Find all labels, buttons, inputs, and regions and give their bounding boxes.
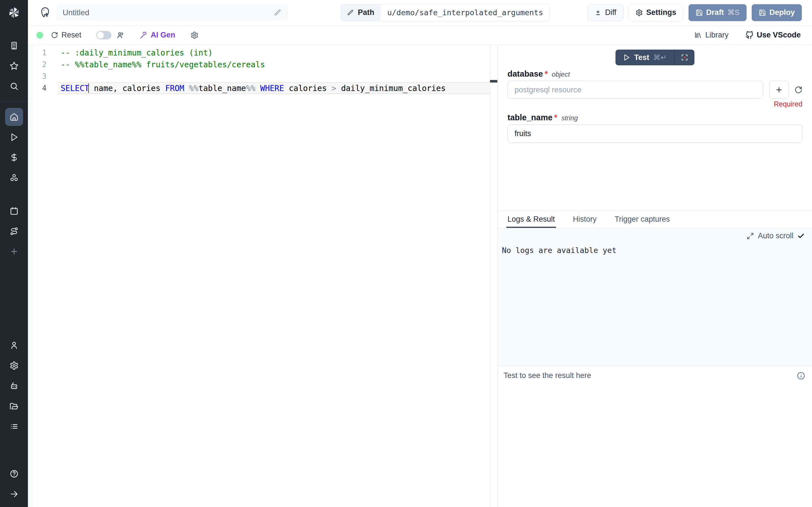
field-label-table-name: table_name * string — [507, 113, 802, 122]
sidebar-item-home[interactable] — [5, 108, 23, 126]
code-line[interactable]: 2 -- %%table_name%% fruits/vegetables/ce… — [28, 59, 498, 70]
plus-icon — [775, 86, 783, 94]
code-segment: daily_minimum_calories — [336, 83, 446, 93]
settings-label: Settings — [646, 8, 676, 17]
tab-logs-result[interactable]: Logs & Result — [507, 210, 555, 228]
sidebar-divider — [0, 101, 28, 102]
test-button[interactable]: Test ⌘↵ — [615, 50, 674, 65]
tab-history[interactable]: History — [573, 210, 597, 228]
sidebar-item-create[interactable] — [5, 242, 23, 261]
test-label: Test — [634, 53, 649, 62]
plus-icon — [10, 247, 18, 256]
database-input[interactable] — [507, 81, 763, 99]
sidebar-item-runs[interactable] — [5, 128, 23, 146]
wand-sparkles-icon — [140, 31, 147, 39]
check-icon[interactable] — [797, 232, 805, 240]
star-icon — [10, 61, 18, 70]
sidebar-item-workspace[interactable] — [5, 37, 23, 55]
field-name: table_name — [507, 113, 553, 122]
sidebar-collapse-toggle[interactable] — [5, 485, 23, 503]
sidebar-item-workspace-settings[interactable] — [5, 356, 23, 375]
required-asterisk: * — [545, 69, 548, 78]
reset-button[interactable]: Reset — [51, 31, 82, 40]
sidebar-item-user[interactable] — [5, 336, 23, 354]
content-split: 1 -- :daily_minimum_calories (int) 2 -- … — [28, 45, 812, 507]
preview-panel: Test ⌘↵ database * objec — [498, 45, 812, 507]
save-icon — [696, 9, 703, 16]
draft-shortcut: ⌘S — [727, 8, 740, 17]
code-segment: -- %%table_name%% fruits/vegetables/cere… — [61, 60, 265, 69]
sidebar-item-resources[interactable] — [5, 169, 23, 187]
info-icon[interactable] — [797, 372, 805, 380]
refresh-resources-icon[interactable] — [795, 86, 802, 94]
diff-label: Diff — [605, 8, 616, 17]
sidebar-item-help[interactable] — [5, 465, 23, 483]
boxes-icon — [10, 173, 18, 182]
diff-button[interactable]: Diff — [587, 4, 623, 21]
edit-title-icon[interactable] — [274, 9, 282, 16]
code-line[interactable]: 3 — [28, 70, 498, 82]
sidebar-item-search[interactable] — [5, 77, 23, 95]
ai-gen-button[interactable]: AI Gen — [140, 31, 175, 40]
app-window: Untitled Path u/demo/safe_interpolated_a… — [0, 0, 812, 507]
script-title-field[interactable]: Untitled — [56, 4, 288, 21]
sidebar-item-schedules[interactable] — [5, 202, 23, 220]
sidebar-item-folders[interactable] — [5, 397, 23, 415]
code-segment: > — [332, 83, 336, 93]
diff-icon — [594, 9, 602, 16]
sidebar-item-workers[interactable] — [5, 377, 23, 395]
path-control[interactable]: Path u/demo/safe_interpolated_arguments — [341, 4, 550, 21]
calendar-icon — [10, 207, 18, 216]
required-asterisk: * — [554, 113, 557, 122]
play-icon — [623, 54, 630, 61]
code-editor[interactable]: 1 -- :daily_minimum_calories (int) 2 -- … — [28, 45, 498, 507]
required-error: Required — [774, 100, 802, 108]
sidebar-item-billing[interactable] — [5, 149, 23, 166]
user-icon — [10, 341, 18, 350]
search-icon — [10, 82, 18, 91]
line-number: 1 — [28, 48, 47, 57]
text-cursor — [88, 83, 89, 93]
path-label-segment: Path — [341, 4, 380, 21]
sidebar-item-flows[interactable] — [5, 222, 23, 240]
field-label-database: database * object — [507, 69, 802, 78]
sidebar-item-groups[interactable] — [5, 417, 23, 436]
deploy-button[interactable]: Deploy — [752, 4, 802, 21]
line-number: 3 — [28, 72, 47, 80]
play-icon — [10, 133, 18, 142]
pencil-icon — [347, 9, 354, 16]
gear-icon — [636, 9, 643, 16]
editor-settings-icon[interactable] — [191, 31, 199, 39]
code-lines[interactable]: 1 -- :daily_minimum_calories (int) 2 -- … — [28, 45, 498, 94]
library-button[interactable]: Library — [694, 31, 728, 40]
capture-button[interactable] — [675, 50, 695, 65]
deploy-label: Deploy — [769, 8, 795, 17]
tab-trigger-captures[interactable]: Trigger captures — [615, 210, 670, 228]
table-name-input[interactable] — [507, 124, 802, 143]
code-segment: FROM — [165, 83, 184, 93]
code-segment: -- :daily_minimum_calories (int) — [61, 48, 213, 57]
windmill-logo[interactable] — [0, 0, 28, 25]
field-type: object — [552, 70, 570, 78]
path-label: Path — [358, 8, 374, 17]
refresh-icon — [51, 32, 58, 39]
list-icon — [10, 422, 18, 431]
code-segment: SELECT — [61, 83, 89, 93]
script-title: Untitled — [63, 8, 274, 17]
code-segment — [184, 83, 189, 93]
auto-scroll-label[interactable]: Auto scroll — [758, 231, 794, 240]
expand-icon[interactable] — [747, 232, 754, 240]
add-resource-button[interactable] — [769, 81, 789, 99]
postgresql-icon — [39, 6, 51, 19]
topbar: Untitled Path u/demo/safe_interpolated_a… — [28, 0, 812, 25]
use-vscode-button[interactable]: Use VScode — [746, 31, 801, 40]
code-line[interactable]: 1 -- :daily_minimum_calories (int) — [28, 47, 498, 59]
multiplayer-toggle[interactable] — [96, 31, 111, 40]
sidebar-item-favorites[interactable] — [5, 57, 23, 75]
folder-open-icon — [10, 402, 18, 411]
settings-button[interactable]: Settings — [628, 4, 683, 21]
code-line-active[interactable]: 4 SELECT name, calories FROM %%table_nam… — [28, 82, 498, 94]
bot-icon — [10, 381, 18, 390]
line-number: 2 — [28, 60, 47, 69]
draft-button[interactable]: Draft ⌘S — [689, 4, 747, 21]
